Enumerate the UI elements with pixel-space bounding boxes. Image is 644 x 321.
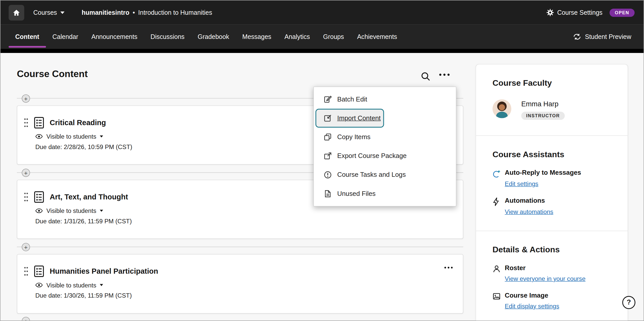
course-nav: Content Calendar Announcements Discussio… <box>1 25 644 49</box>
content-item-card: Humanities Panel Participation Visible t… <box>17 254 463 314</box>
content-item-title[interactable]: Art, Text, and Thought <box>50 193 128 201</box>
ellipsis-icon <box>438 73 451 77</box>
chevron-down-icon <box>60 11 64 14</box>
content-item-title[interactable]: Humanities Panel Participation <box>50 267 158 276</box>
eye-icon <box>35 208 43 213</box>
add-content-row: + <box>17 243 463 251</box>
content-options-menu: Batch Edit Import Content Copy Items Exp… <box>313 86 456 206</box>
view-roster-link[interactable]: View everyone in your course <box>505 275 585 282</box>
course-settings-button[interactable]: Course Settings <box>546 9 603 17</box>
tab-groups[interactable]: Groups <box>316 25 351 49</box>
batch-edit-icon <box>324 95 332 103</box>
student-preview-button[interactable]: Student Preview <box>570 25 634 49</box>
section-divider <box>476 231 627 231</box>
course-image-item: Course Image Edit display settings <box>493 292 611 309</box>
document-icon <box>34 265 44 277</box>
home-icon <box>12 8 20 17</box>
topbar-actions: Course Settings OPEN <box>546 8 635 17</box>
content-item-title[interactable]: Critical Reading <box>50 119 106 127</box>
visibility-label: Visible to students <box>46 282 96 288</box>
add-content-button[interactable]: + <box>22 243 30 251</box>
automations-item: Automations View automations <box>493 197 611 215</box>
tab-messages[interactable]: Messages <box>236 25 278 49</box>
search-button[interactable] <box>418 69 432 83</box>
auto-reply-ai-icon <box>493 169 505 178</box>
menu-item-label: Course Tasks and Logs <box>337 171 406 179</box>
instructor-role-badge: INSTRUCTOR <box>521 112 565 120</box>
breadcrumb-separator: • <box>133 9 135 16</box>
top-bar: Courses humanitiesintro • Introduction t… <box>1 1 644 25</box>
instructor-row: Emma Harp INSTRUCTOR <box>493 99 611 120</box>
menu-item-label: Batch Edit <box>337 96 367 103</box>
visibility-dropdown[interactable]: Visible to students <box>35 207 456 214</box>
visibility-label: Visible to students <box>46 133 96 140</box>
course-open-badge[interactable]: OPEN <box>609 8 635 17</box>
tab-gradebook[interactable]: Gradebook <box>191 25 236 49</box>
eye-icon <box>35 282 43 288</box>
add-content-button[interactable]: + <box>22 317 30 321</box>
lightning-icon <box>493 197 505 206</box>
chevron-down-icon <box>100 135 103 137</box>
courses-menu-button[interactable]: Courses <box>33 9 64 16</box>
tab-discussions[interactable]: Discussions <box>144 25 191 49</box>
drag-handle-icon[interactable] <box>24 192 29 202</box>
menu-item-export-course-package[interactable]: Export Course Package <box>314 147 456 165</box>
menu-item-label: Import Content <box>337 114 381 122</box>
menu-item-unused-files[interactable]: Unused Files <box>314 184 456 203</box>
tab-achievements[interactable]: Achievements <box>351 25 404 49</box>
drag-handle-icon[interactable] <box>24 266 29 276</box>
app-window: Courses humanitiesintro • Introduction t… <box>0 0 644 321</box>
item-options-button[interactable] <box>442 264 456 271</box>
roster-title: Roster <box>505 264 611 272</box>
tab-analytics[interactable]: Analytics <box>278 25 317 49</box>
import-content-icon <box>324 114 332 122</box>
drag-handle-icon[interactable] <box>24 118 29 128</box>
course-nav-tabs: Content Calendar Announcements Discussio… <box>1 25 404 49</box>
menu-item-label: Export Course Package <box>337 152 407 160</box>
edit-settings-link[interactable]: Edit settings <box>505 180 538 187</box>
course-details-panel: Course Faculty Emma Harp INSTRUCTOR <box>476 64 628 321</box>
eye-icon <box>35 134 43 139</box>
tab-content[interactable]: Content <box>9 25 46 49</box>
visibility-dropdown[interactable]: Visible to students <box>35 282 456 288</box>
add-content-button[interactable]: + <box>22 94 30 103</box>
divider-line <box>17 247 463 247</box>
tasks-logs-icon <box>324 171 332 179</box>
section-divider <box>476 135 627 136</box>
menu-item-label: Unused Files <box>337 190 376 197</box>
menu-item-course-tasks-and-logs[interactable]: Course Tasks and Logs <box>314 165 456 184</box>
view-automations-link[interactable]: View automations <box>505 208 553 215</box>
help-button[interactable]: ? <box>622 296 636 309</box>
menu-item-import-content[interactable]: Import Content <box>315 109 384 128</box>
tab-calendar[interactable]: Calendar <box>46 25 85 49</box>
student-preview-label: Student Preview <box>585 33 631 40</box>
image-icon <box>493 292 505 300</box>
menu-item-copy-items[interactable]: Copy Items <box>314 128 456 147</box>
page-title: Course Content <box>17 68 88 80</box>
auto-reply-item: Auto-Reply to Messages Edit settings <box>493 169 611 187</box>
course-image-title: Course Image <box>505 292 611 299</box>
student-preview-icon <box>573 33 581 40</box>
due-date: Due date: 1/30/26, 11:59 PM (CST) <box>35 292 456 299</box>
gear-icon <box>546 9 554 17</box>
courses-label: Courses <box>33 9 57 16</box>
copy-items-icon <box>324 133 332 141</box>
nav-divider-strip <box>1 49 644 53</box>
avatar <box>493 99 511 118</box>
document-icon <box>34 191 44 203</box>
breadcrumb-course-name: Introduction to Humanities <box>138 9 212 16</box>
menu-item-label: Copy Items <box>337 133 371 141</box>
home-button[interactable] <box>9 5 24 20</box>
breadcrumb: humanitiesintro • Introduction to Humani… <box>82 9 212 16</box>
menu-item-batch-edit[interactable]: Batch Edit <box>314 90 456 109</box>
ellipsis-icon <box>443 266 454 269</box>
person-icon <box>493 265 505 273</box>
more-options-button[interactable] <box>437 71 452 78</box>
tab-announcements[interactable]: Announcements <box>85 25 144 49</box>
chevron-down-icon <box>100 284 103 286</box>
visibility-label: Visible to students <box>46 207 96 214</box>
edit-display-settings-link[interactable]: Edit display settings <box>505 302 559 309</box>
course-faculty-heading: Course Faculty <box>493 78 611 88</box>
add-content-button[interactable]: + <box>22 169 30 177</box>
course-settings-label: Course Settings <box>557 9 603 16</box>
